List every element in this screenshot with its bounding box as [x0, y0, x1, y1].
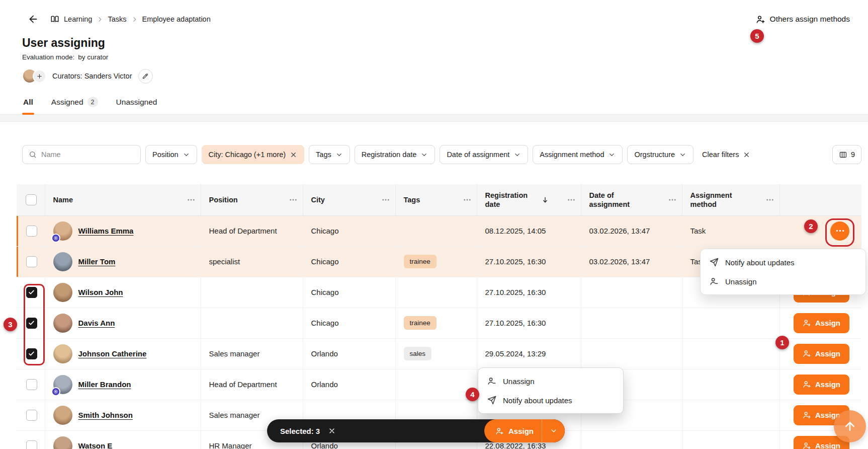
tag-chip: trainee: [404, 316, 437, 330]
user-avatar: [53, 375, 72, 394]
filter-chip-date-of-assignment[interactable]: Date of assignment: [440, 145, 528, 164]
ellipsis-icon: [567, 195, 576, 204]
sort-desc-icon[interactable]: [541, 196, 549, 204]
cell-actions: Assign: [779, 308, 861, 338]
menu-item-notify-about-updates[interactable]: Notify about updates: [478, 391, 623, 410]
others-assign-methods-button[interactable]: Others assign methods: [756, 15, 850, 24]
row-checkbox[interactable]: [26, 318, 37, 329]
user-name-link[interactable]: Miller Tom: [78, 257, 116, 266]
chevron-right-icon: [97, 16, 103, 23]
select-all-checkbox[interactable]: [26, 194, 37, 205]
menu-item-unassign[interactable]: Unassign: [478, 371, 623, 391]
column-menu-button[interactable]: [765, 195, 774, 204]
row-checkbox[interactable]: [26, 287, 37, 298]
topbar-right: Others assign methods: [756, 15, 850, 24]
cell-assignment-method: [682, 400, 779, 430]
column-menu-button[interactable]: [668, 195, 677, 204]
annotation-badge-2: 2: [804, 219, 818, 233]
cell-tags: trainee: [395, 246, 477, 277]
edit-curators-button[interactable]: [138, 69, 153, 84]
bulk-assign-label: Assign: [508, 427, 534, 435]
user-name-link[interactable]: Miller Brandon: [78, 380, 131, 389]
row-checkbox[interactable]: [26, 440, 37, 449]
cell-actions: [779, 215, 861, 246]
breadcrumb-tasks[interactable]: Tasks: [108, 15, 126, 23]
breadcrumb-learning[interactable]: Learning: [64, 15, 92, 23]
evaluation-mode: Evaluation mode: by curator: [22, 53, 846, 61]
chevron-down-icon: [679, 151, 686, 159]
row-actions-button[interactable]: [830, 221, 849, 241]
tabs-row: All Assigned 2 Unassigned: [0, 94, 868, 115]
annotation-badge-3: 3: [4, 318, 17, 331]
row-checkbox[interactable]: [26, 226, 37, 237]
back-button[interactable]: [26, 12, 40, 26]
user-avatar: [53, 436, 72, 449]
clear-filters-button[interactable]: Clear filters: [698, 145, 754, 164]
user-name-link[interactable]: Smith Johnson: [78, 411, 133, 419]
curators-row: Curators: Sanders Victor: [22, 68, 846, 84]
user-plus-icon: [756, 15, 765, 24]
filter-chip-tags[interactable]: Tags: [309, 145, 350, 164]
user-name-link[interactable]: Wilson John: [78, 288, 123, 296]
column-menu-button[interactable]: [463, 195, 472, 204]
annotation-badge-4: 4: [466, 388, 479, 401]
selected-count-label: Selected: 3: [280, 427, 320, 435]
menu-item-unassign[interactable]: Unassign: [701, 272, 865, 291]
user-name-link[interactable]: Williams Emma: [78, 227, 134, 235]
tab-all[interactable]: All: [22, 94, 34, 114]
row-checkbox[interactable]: [26, 348, 37, 359]
column-menu-button[interactable]: [381, 195, 390, 204]
user-name-link[interactable]: Johnson Catherine: [78, 349, 147, 358]
checkmark-icon: [28, 288, 35, 296]
add-curator-button[interactable]: [33, 69, 46, 83]
bulk-assign-dropdown-button[interactable]: [542, 419, 565, 442]
column-menu-button[interactable]: [289, 195, 298, 204]
tab-assigned[interactable]: Assigned 2: [50, 94, 99, 114]
row-checkbox[interactable]: [26, 256, 37, 267]
filter-chip-registration-date[interactable]: Registration date: [355, 145, 436, 164]
filter-chip-position[interactable]: Position: [145, 145, 197, 164]
row-checkbox[interactable]: [26, 379, 37, 390]
assign-button[interactable]: Assign: [794, 375, 849, 395]
arrow-left-icon: [28, 14, 39, 25]
assign-button[interactable]: Assign: [794, 313, 849, 333]
columns-settings-button[interactable]: 9: [832, 145, 861, 164]
cell-tags: [395, 215, 477, 246]
assign-button[interactable]: Assign: [794, 344, 849, 364]
ellipsis-icon: [381, 195, 390, 204]
column-header-select: [17, 184, 45, 215]
assigned-count-badge: 2: [88, 97, 98, 107]
chevron-right-icon: [131, 16, 138, 23]
filter-chip-orgstructure[interactable]: Orgstructure: [627, 145, 693, 164]
search-input[interactable]: [41, 151, 134, 159]
cell-registration-date: 27.10.2025, 16:30: [477, 246, 581, 277]
cell-assignment-date: [581, 277, 682, 308]
tab-unassigned[interactable]: Unassigned: [115, 94, 158, 114]
curators-label: Curators: Sanders Victor: [52, 72, 132, 80]
filter-chips: PositionCity: Chicago (+1 more)TagsRegis…: [145, 145, 754, 164]
cell-actions: Assign: [779, 369, 861, 400]
page-title: User assigning: [22, 36, 846, 50]
column-menu-button[interactable]: [187, 195, 196, 204]
ellipsis-icon: [187, 195, 196, 204]
cell-tags: trainee: [395, 308, 477, 338]
bulk-assign-split-button: Assign: [484, 419, 565, 442]
column-menu-button[interactable]: [567, 195, 576, 204]
arrow-up-icon: [843, 420, 856, 433]
chevron-down-icon: [183, 151, 190, 159]
breadcrumb-current: Employee adaptation: [142, 15, 211, 23]
user-avatar: [53, 221, 72, 241]
user-name-link[interactable]: Davis Ann: [78, 319, 115, 327]
user-name-link[interactable]: Watson E: [78, 441, 113, 449]
page: Learning Tasks Employee adaptation Other…: [0, 0, 868, 449]
column-header-city: City: [303, 184, 395, 215]
row-checkbox[interactable]: [26, 410, 37, 421]
menu-item-notify-about-updates[interactable]: Notify about updates: [701, 253, 865, 272]
filter-chip-assignment-method[interactable]: Assignment method: [533, 145, 623, 164]
filter-chip-active-city-chicago-1-more[interactable]: City: Chicago (+1 more): [202, 145, 305, 164]
user-plus-icon: [803, 441, 811, 449]
scroll-to-top-button[interactable]: [834, 410, 866, 442]
header: User assigning Evaluation mode: by curat…: [0, 36, 868, 84]
bulk-assign-button[interactable]: Assign: [484, 419, 542, 442]
clear-selection-button[interactable]: [328, 427, 336, 435]
